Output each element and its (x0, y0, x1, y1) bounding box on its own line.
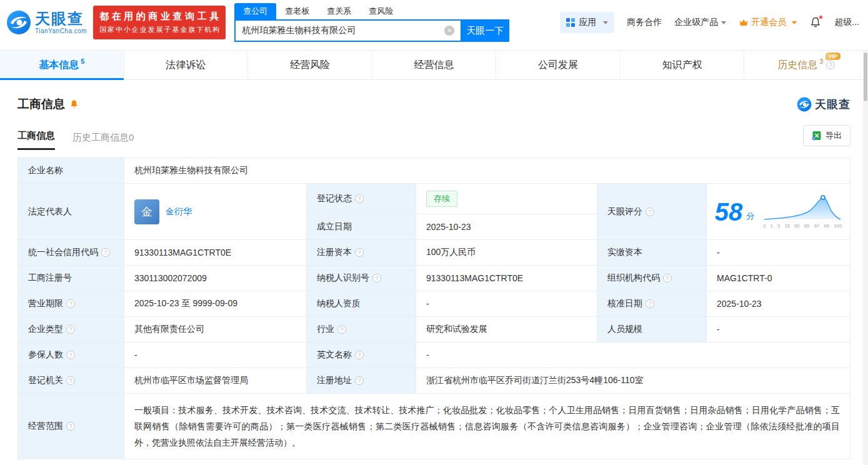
field-label: 核准日期 (607, 298, 642, 308)
nav-business-cooperation[interactable]: 商务合作 (627, 17, 662, 28)
table-row: 法定代表人 金 金衍华 登记状态 存续 天眼评分 58 分 (18, 184, 851, 214)
help-icon[interactable] (66, 299, 75, 308)
tab-count: 3 (819, 58, 823, 65)
help-icon[interactable] (663, 274, 672, 282)
legal-rep-avatar[interactable]: 金 (134, 199, 159, 224)
tab-operational-risk[interactable]: 经营风险 (248, 51, 372, 79)
notification-bell[interactable] (809, 16, 822, 29)
tick: 3 (777, 223, 780, 229)
field-label: 组织机构代码 (607, 272, 660, 282)
vip-badge: VIP (826, 52, 841, 60)
reg-number-value: 330113002072009 (124, 266, 307, 291)
nav-enterprise-products[interactable]: 企业级产品 (674, 17, 726, 28)
credit-code-value: 91330113MAG1CTRT0E (124, 240, 307, 266)
help-icon[interactable] (355, 351, 364, 359)
field-value: - (717, 248, 720, 258)
subtab-business-info[interactable]: 工商信息 (17, 130, 55, 150)
search-button[interactable]: 天眼一下 (461, 19, 509, 42)
help-icon[interactable] (66, 325, 75, 334)
taxpayer-id-label: 纳税人识别号 (307, 266, 416, 291)
apps-grid-icon (566, 18, 575, 27)
table-row: 营业期限 2025-10-23 至 9999-09-09 纳税人资质 - 核准日… (18, 291, 851, 317)
field-value: 研究和试验发展 (426, 324, 487, 334)
chevron-down-icon (792, 21, 797, 24)
clear-icon[interactable] (444, 26, 454, 36)
help-icon[interactable] (66, 422, 75, 431)
field-value: 330113002072009 (134, 273, 207, 283)
tab-business-operation-info[interactable]: 经营信息 (372, 51, 497, 79)
scrollbar[interactable] (863, 50, 868, 465)
chevron-down-icon (721, 21, 726, 24)
brand-name: 天眼查 (35, 11, 87, 26)
insured-count-label: 参保人数 (18, 342, 124, 368)
subscribe-bell-icon[interactable] (69, 99, 79, 109)
brand-domain: TianYanCha.com (35, 28, 87, 34)
field-label: 登记状态 (317, 193, 352, 203)
field-label: 人员规模 (607, 324, 642, 334)
legal-rep-link[interactable]: 金衍华 (166, 206, 192, 218)
help-icon[interactable] (66, 351, 75, 359)
promo-banner: 都在用的商业查询工具 国家中小企业发展子基金旗下机构 (93, 6, 226, 39)
search-tab-company[interactable]: 查公司 (234, 3, 276, 19)
nav-open-vip[interactable]: 开通会员 (739, 17, 797, 28)
help-icon[interactable] (826, 61, 835, 69)
tab-label: 知识产权 (662, 59, 702, 72)
help-icon[interactable] (372, 274, 381, 282)
help-icon[interactable] (355, 248, 364, 257)
tab-legal-proceedings[interactable]: 法律诉讼 (124, 51, 249, 79)
field-value: 91330113MAG1CTRT0E (426, 273, 523, 283)
search-tab-risk[interactable]: 查风险 (360, 3, 402, 19)
industry-label: 行业 (307, 317, 416, 342)
english-name-value: - (416, 342, 851, 368)
tianyancha-watermark-icon (797, 97, 812, 112)
help-icon[interactable] (355, 194, 364, 203)
help-icon[interactable] (355, 376, 364, 385)
table-row: 工商注册号 330113002072009 纳税人识别号 91330113MAG… (18, 266, 851, 291)
table-row: 企业名称 杭州珀莱雅生物科技有限公司 (18, 158, 851, 184)
taxpayer-id-value: 91330113MAG1CTRT0E (416, 266, 597, 291)
field-label: 工商注册号 (28, 272, 72, 282)
export-button[interactable]: 导出 (803, 125, 851, 146)
field-label: 成立日期 (317, 221, 352, 231)
credit-code-label: 统一社会信用代码 (18, 240, 124, 266)
org-code-value: MAG1CTRT-0 (707, 266, 851, 291)
help-icon[interactable] (337, 325, 346, 334)
org-code-label: 组织机构代码 (597, 266, 707, 291)
tick: 97 (814, 223, 819, 229)
excel-icon (812, 131, 822, 141)
table-row: 登记机关 杭州市临平区市场监督管理局 注册地址 浙江省杭州市临平区乔司街道汀兰街… (18, 368, 851, 394)
legal-rep-value: 金 金衍华 (124, 184, 307, 240)
search-tab-boss[interactable]: 查老板 (276, 3, 318, 19)
approval-date-value: 2025-10-23 (707, 291, 851, 317)
help-icon[interactable] (66, 376, 75, 385)
apps-menu[interactable]: 应用 (560, 12, 614, 33)
paid-capital-value: - (707, 240, 851, 266)
tab-label: 公司发展 (538, 59, 578, 72)
search-tab-relation[interactable]: 查关系 (318, 3, 360, 19)
help-icon[interactable] (646, 208, 654, 216)
tianyancha-logo-icon (6, 10, 31, 35)
subtab-history-business-info[interactable]: 历史工商信息0 (72, 132, 134, 150)
business-info-table: 企业名称 杭州珀莱雅生物科技有限公司 法定代表人 金 金衍华 登记状态 存续 天… (17, 158, 851, 459)
field-label: 纳税人识别号 (317, 272, 369, 282)
tab-company-development[interactable]: 公司发展 (496, 51, 621, 79)
reg-address-value: 浙江省杭州市临平区乔司街道汀兰街253号4幢106-110室 (416, 368, 851, 394)
search-input[interactable] (234, 19, 461, 42)
help-icon[interactable] (646, 299, 654, 308)
insured-count-value: - (124, 342, 307, 368)
field-value: 杭州市临平区市场监督管理局 (134, 375, 248, 385)
staff-size-value: - (707, 317, 851, 342)
tianyancha-logo[interactable]: 天眼查 TianYanCha.com (6, 10, 87, 35)
field-value: 浙江省杭州市临平区乔司街道汀兰街253号4幢106-110室 (426, 375, 643, 385)
nav-super-vip[interactable]: 超级... (834, 17, 859, 28)
apps-label: 应用 (579, 17, 596, 28)
tab-intellectual-property[interactable]: 知识产权 (621, 51, 745, 79)
business-scope-label: 经营范围 (18, 394, 124, 459)
enterprise-products-label: 企业级产品 (674, 17, 718, 28)
tab-history-info[interactable]: VIP 历史信息 3 (744, 51, 868, 79)
tab-basic-info[interactable]: 基本信息 5 (0, 51, 124, 79)
help-icon[interactable] (101, 248, 110, 257)
tab-count: 5 (81, 58, 84, 65)
business-term-label: 营业期限 (18, 291, 124, 317)
scrollbar-thumb[interactable] (864, 52, 867, 101)
